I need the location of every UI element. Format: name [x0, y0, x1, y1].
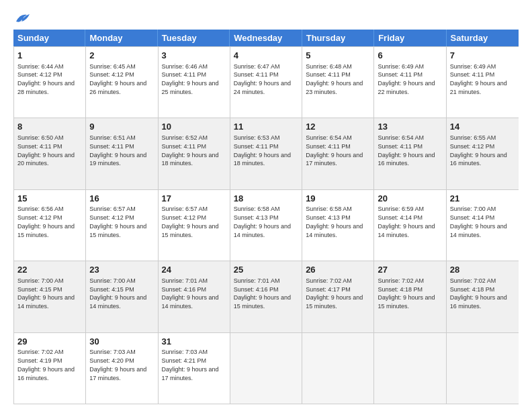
logo — [13, 12, 30, 24]
header-day-thursday: Thursday — [302, 30, 374, 46]
cell-info: Sunrise: 6:55 AM Sunset: 4:12 PM Dayligh… — [450, 134, 507, 167]
day-number: 19 — [306, 193, 370, 205]
cell-info: Sunrise: 6:58 AM Sunset: 4:13 PM Dayligh… — [234, 205, 291, 238]
cell-info: Sunrise: 7:02 AM Sunset: 4:19 PM Dayligh… — [17, 349, 75, 381]
day-number: 14 — [450, 121, 515, 133]
cell-info: Sunrise: 7:00 AM Sunset: 4:15 PM Dayligh… — [17, 277, 75, 310]
page: SundayMondayTuesdayWednesdayThursdayFrid… — [0, 0, 532, 411]
cal-cell: 1Sunrise: 6:44 AM Sunset: 4:12 PM Daylig… — [14, 47, 86, 118]
cal-cell: 15Sunrise: 6:56 AM Sunset: 4:12 PM Dayli… — [14, 190, 86, 261]
day-number: 30 — [89, 336, 154, 348]
header-day-monday: Monday — [85, 30, 157, 46]
day-number: 23 — [89, 264, 154, 276]
cell-info: Sunrise: 6:53 AM Sunset: 4:11 PM Dayligh… — [234, 134, 291, 167]
cell-info: Sunrise: 6:57 AM Sunset: 4:12 PM Dayligh… — [162, 205, 219, 238]
cal-cell: 8Sunrise: 6:50 AM Sunset: 4:11 PM Daylig… — [14, 118, 86, 189]
day-number: 7 — [450, 50, 515, 62]
week-row-3: 15Sunrise: 6:56 AM Sunset: 4:12 PM Dayli… — [14, 189, 519, 261]
cell-info: Sunrise: 6:52 AM Sunset: 4:11 PM Dayligh… — [162, 134, 219, 167]
day-number: 27 — [378, 264, 442, 276]
cell-info: Sunrise: 6:54 AM Sunset: 4:11 PM Dayligh… — [378, 134, 435, 167]
day-number: 10 — [162, 121, 226, 133]
day-number: 12 — [306, 121, 370, 133]
cal-cell: 12Sunrise: 6:54 AM Sunset: 4:11 PM Dayli… — [302, 118, 374, 189]
cell-info: Sunrise: 7:03 AM Sunset: 4:21 PM Dayligh… — [162, 349, 219, 381]
cal-cell: 20Sunrise: 6:59 AM Sunset: 4:14 PM Dayli… — [374, 190, 446, 261]
cal-cell: 25Sunrise: 7:01 AM Sunset: 4:16 PM Dayli… — [230, 261, 302, 332]
cell-info: Sunrise: 6:48 AM Sunset: 4:11 PM Dayligh… — [306, 63, 363, 95]
cal-cell: 7Sunrise: 6:49 AM Sunset: 4:11 PM Daylig… — [447, 47, 519, 118]
week-row-4: 22Sunrise: 7:00 AM Sunset: 4:15 PM Dayli… — [14, 261, 519, 332]
cal-cell: 29Sunrise: 7:02 AM Sunset: 4:19 PM Dayli… — [14, 333, 86, 404]
cal-cell: 14Sunrise: 6:55 AM Sunset: 4:12 PM Dayli… — [447, 118, 519, 189]
week-row-1: 1Sunrise: 6:44 AM Sunset: 4:12 PM Daylig… — [14, 46, 519, 118]
day-number: 22 — [17, 264, 82, 276]
cal-cell: 18Sunrise: 6:58 AM Sunset: 4:13 PM Dayli… — [230, 190, 302, 261]
day-number: 15 — [17, 193, 82, 205]
day-number: 24 — [162, 264, 226, 276]
cell-info: Sunrise: 6:58 AM Sunset: 4:13 PM Dayligh… — [306, 205, 363, 238]
cal-cell: 28Sunrise: 7:02 AM Sunset: 4:18 PM Dayli… — [447, 261, 519, 332]
cal-cell: 4Sunrise: 6:47 AM Sunset: 4:11 PM Daylig… — [230, 47, 302, 118]
day-number: 5 — [306, 50, 370, 62]
cell-info: Sunrise: 6:51 AM Sunset: 4:11 PM Dayligh… — [89, 134, 146, 167]
cal-cell: 19Sunrise: 6:58 AM Sunset: 4:13 PM Dayli… — [302, 190, 374, 261]
cell-info: Sunrise: 7:03 AM Sunset: 4:20 PM Dayligh… — [89, 349, 146, 381]
cell-info: Sunrise: 6:46 AM Sunset: 4:11 PM Dayligh… — [162, 63, 219, 95]
day-number: 25 — [234, 264, 298, 276]
cell-info: Sunrise: 6:56 AM Sunset: 4:12 PM Dayligh… — [17, 205, 75, 238]
calendar: SundayMondayTuesdayWednesdayThursdayFrid… — [13, 30, 519, 404]
cal-cell: 30Sunrise: 7:03 AM Sunset: 4:20 PM Dayli… — [86, 333, 158, 404]
cal-cell: 9Sunrise: 6:51 AM Sunset: 4:11 PM Daylig… — [86, 118, 158, 189]
cell-info: Sunrise: 7:01 AM Sunset: 4:16 PM Dayligh… — [162, 277, 219, 310]
calendar-header: SundayMondayTuesdayWednesdayThursdayFrid… — [13, 30, 519, 46]
cal-cell: 3Sunrise: 6:46 AM Sunset: 4:11 PM Daylig… — [159, 47, 230, 118]
week-row-2: 8Sunrise: 6:50 AM Sunset: 4:11 PM Daylig… — [14, 118, 519, 189]
cal-cell: 27Sunrise: 7:02 AM Sunset: 4:18 PM Dayli… — [374, 261, 446, 332]
day-number: 4 — [234, 50, 298, 62]
day-number: 31 — [162, 336, 226, 348]
day-number: 28 — [450, 264, 515, 276]
cal-cell: 13Sunrise: 6:54 AM Sunset: 4:11 PM Dayli… — [374, 118, 446, 189]
week-row-5: 29Sunrise: 7:02 AM Sunset: 4:19 PM Dayli… — [14, 332, 519, 404]
day-number: 21 — [450, 193, 515, 205]
cal-cell — [230, 333, 302, 404]
day-number: 9 — [89, 121, 154, 133]
cell-info: Sunrise: 6:45 AM Sunset: 4:12 PM Dayligh… — [89, 63, 146, 95]
day-number: 16 — [89, 193, 154, 205]
cal-cell: 17Sunrise: 6:57 AM Sunset: 4:12 PM Dayli… — [159, 190, 230, 261]
day-number: 8 — [17, 121, 82, 133]
cell-info: Sunrise: 6:54 AM Sunset: 4:11 PM Dayligh… — [306, 134, 363, 167]
logo-bird-icon — [15, 12, 30, 24]
header-day-friday: Friday — [374, 30, 446, 46]
cell-info: Sunrise: 6:50 AM Sunset: 4:11 PM Dayligh… — [17, 134, 75, 167]
cal-cell: 22Sunrise: 7:00 AM Sunset: 4:15 PM Dayli… — [14, 261, 86, 332]
cal-cell: 16Sunrise: 6:57 AM Sunset: 4:12 PM Dayli… — [86, 190, 158, 261]
day-number: 18 — [234, 193, 298, 205]
day-number: 6 — [378, 50, 442, 62]
header-day-tuesday: Tuesday — [158, 30, 230, 46]
day-number: 3 — [162, 50, 226, 62]
cal-cell: 23Sunrise: 7:00 AM Sunset: 4:15 PM Dayli… — [86, 261, 158, 332]
cal-cell: 26Sunrise: 7:02 AM Sunset: 4:17 PM Dayli… — [302, 261, 374, 332]
cal-cell: 31Sunrise: 7:03 AM Sunset: 4:21 PM Dayli… — [159, 333, 230, 404]
day-number: 26 — [306, 264, 370, 276]
cell-info: Sunrise: 7:02 AM Sunset: 4:18 PM Dayligh… — [378, 277, 435, 310]
cal-cell: 24Sunrise: 7:01 AM Sunset: 4:16 PM Dayli… — [159, 261, 230, 332]
cell-info: Sunrise: 7:02 AM Sunset: 4:18 PM Dayligh… — [450, 277, 507, 310]
cal-cell — [374, 333, 446, 404]
header — [13, 12, 519, 24]
cell-info: Sunrise: 6:49 AM Sunset: 4:11 PM Dayligh… — [450, 63, 507, 95]
cal-cell: 10Sunrise: 6:52 AM Sunset: 4:11 PM Dayli… — [159, 118, 230, 189]
day-number: 13 — [378, 121, 442, 133]
calendar-body: 1Sunrise: 6:44 AM Sunset: 4:12 PM Daylig… — [13, 46, 519, 404]
day-number: 29 — [17, 336, 82, 348]
header-day-saturday: Saturday — [447, 30, 519, 46]
cell-info: Sunrise: 6:49 AM Sunset: 4:11 PM Dayligh… — [378, 63, 435, 95]
cell-info: Sunrise: 6:57 AM Sunset: 4:12 PM Dayligh… — [89, 205, 146, 238]
cell-info: Sunrise: 6:47 AM Sunset: 4:11 PM Dayligh… — [234, 63, 291, 95]
header-day-sunday: Sunday — [13, 30, 85, 46]
cal-cell: 21Sunrise: 7:00 AM Sunset: 4:14 PM Dayli… — [447, 190, 519, 261]
header-day-wednesday: Wednesday — [230, 30, 302, 46]
cell-info: Sunrise: 6:44 AM Sunset: 4:12 PM Dayligh… — [17, 63, 75, 95]
